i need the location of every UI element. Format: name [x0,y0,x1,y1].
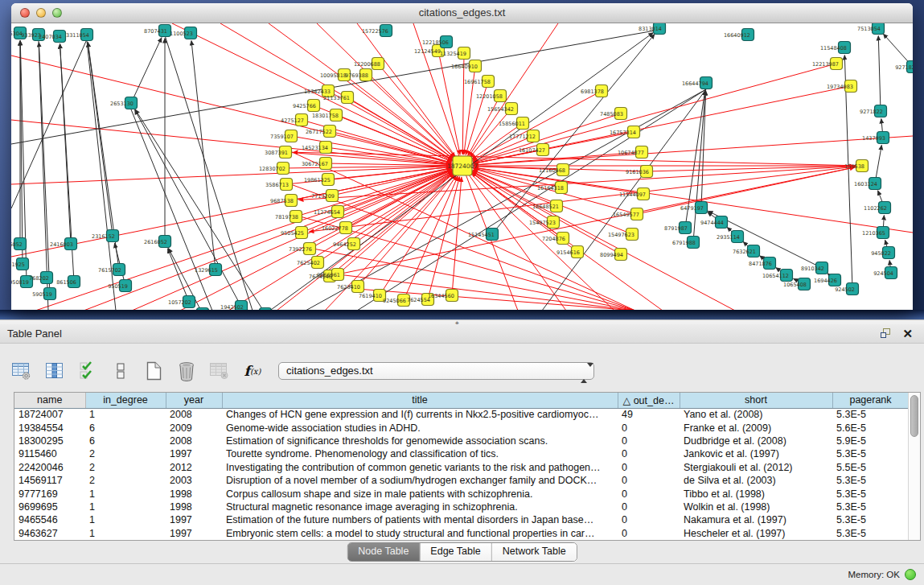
table-row[interactable]: 1830029562008Estimation of significance … [14,435,909,447]
network-graph[interactable]: 1872400710095818153424339425766427512773… [11,23,913,310]
graph-node-label: 8791987 [664,225,688,232]
graph-node-label: 2935114 [717,234,740,241]
graph-node-label: 7204876 [542,236,565,242]
panel-title: Table Panel [0,328,881,340]
graph-node-label: 18648521 [532,204,559,210]
graph-node-label: 8910342 [801,266,824,272]
graph-node-label: 1057202 [168,299,191,306]
graph-node-label: 6981378 [581,89,604,95]
table-row[interactable]: 969969511998Structural magnetic resonanc… [14,501,909,513]
graph-node-label: 1694426 [814,278,837,284]
graph-node-label: 19734983 [827,84,853,90]
float-panel-icon[interactable] [881,328,893,339]
rows-icon[interactable] [109,360,132,382]
show-column-icon[interactable] [43,360,66,382]
column-header[interactable]: △ out_de… [618,393,680,408]
column-header[interactable]: title [222,393,618,408]
graph-node-label: 924502 [835,286,855,293]
function-builder-icon[interactable]: f(x) [241,360,264,382]
column-header[interactable]: name [14,393,85,408]
delete-icon[interactable] [175,360,198,382]
graph-node-label: 7392276 [289,246,312,253]
table-scrollbar-thumb[interactable] [910,395,918,437]
graph-node[interactable] [197,308,209,311]
graph-node-label: 768202 [29,275,49,282]
table-row[interactable]: 1456911722003Disruption of a novel membe… [14,474,909,487]
graph-node-label: 19861325 [304,177,331,183]
graph-node-label: 16644794 [682,80,708,87]
memory-label: Memory: OK [848,570,900,579]
graph-node-label: 2653130 [110,101,133,107]
graph-node-label: 1065408 [783,282,807,288]
graph-node-label: 10654112 [762,273,789,279]
graph-node-label: 15497523 [529,220,556,226]
tab-node-table[interactable]: Node Table [347,543,420,561]
table-panel-header: Table Panel ✕ [0,324,924,344]
node-table: namein_degreeyeartitle△ out_de…shortpage… [14,392,921,541]
graph-node-label: 7819738 [275,214,298,220]
table-row[interactable]: 946362711997Embryonic stem cells: a mode… [14,527,909,540]
graph-node-label: 927182 [895,64,913,71]
table-settings-icon[interactable] [10,360,33,382]
graph-node-label: 2516052 [11,241,23,248]
graph-node-label: 12213987 [812,61,839,68]
graph-node-label: 9271822 [860,109,883,115]
table-row[interactable]: 911546021997Tourette syndrome. Phenomeno… [14,447,909,460]
table-row[interactable]: 1872400712008Changes of HCN gene express… [14,408,909,421]
graph-node[interactable] [260,308,272,311]
graph-node-label: 4275127 [281,117,304,124]
table-body: 1872400712008Changes of HCN gene express… [14,408,909,540]
graph-node-label: 21133761 [323,95,350,101]
graph-node-label: 9666961 [317,272,340,278]
graph-node-label: 15497623 [608,232,634,238]
graph-node-label: 11274654 [314,209,340,216]
window-titlebar[interactable]: citations_edges.txt [11,3,913,23]
graph-node-label: 7624554 [407,297,430,303]
network-canvas[interactable]: 1872400710095818153424339425766427512773… [11,23,913,310]
graph-node-label: 18301758 [312,113,339,119]
graph-node-label: 10674877 [618,150,644,156]
close-panel-icon[interactable]: ✕ [902,328,913,339]
graph-node-label: 8313014 [639,26,662,32]
minimize-window-icon[interactable] [36,8,46,18]
column-header[interactable]: short [680,393,832,408]
zoom-window-icon[interactable] [52,8,62,18]
graph-node-label: 9154616 [556,249,580,256]
graph-node-label: 9425766 [293,103,316,109]
graph-node-label: 7513054 [857,26,881,32]
table-row[interactable]: 2242004622012Investigating the contribut… [14,461,909,474]
delete-table-icon[interactable] [208,360,231,382]
table-selector-combo[interactable]: citations_edges.txt [278,362,594,380]
table-row[interactable]: 1938455462009Genome-wide association stu… [14,421,909,434]
graph-node-label: 1942502 [220,304,244,311]
tab-edge-table[interactable]: Edge Table [420,543,491,561]
tab-network-table[interactable]: Network Table [492,543,577,561]
table-scrollbar[interactable] [908,393,920,540]
column-header[interactable]: in_degree [85,393,166,408]
combo-stepper-icon [581,365,588,378]
graph-node-label: 12218506 [422,39,449,46]
graph-node-label: 7615702 [98,267,121,274]
graph-node-label: 16640912 [724,32,750,39]
graph-node-label: 9474444 [700,220,724,226]
column-header[interactable]: pagerank [832,393,909,408]
select-attributes-icon[interactable] [76,360,99,382]
graph-node-label: 26717522 [306,129,332,135]
graph-node-label: 12160468 [539,167,565,174]
memory-status-icon[interactable] [905,569,916,580]
graph-node-label: 1329615 [195,267,218,274]
graph-node-label: 15654342 [487,106,514,113]
table-row[interactable]: 977716911998Corpus callosum shape and si… [14,487,909,500]
graph-node-label: 3087391 [265,150,288,156]
desktop-strip [0,310,924,319]
graph-node-label: 17771212 [509,134,536,140]
graph-node-label: 15145451 [468,232,495,238]
graph-node-label: 15722576 [362,28,388,35]
table-row[interactable]: 946554611997Estimation of the future num… [14,513,909,526]
graph-node-label: 9161036 [626,169,649,175]
new-document-icon[interactable] [142,360,165,382]
column-header[interactable]: year [166,393,222,408]
graph-node-label: 16107427 [519,147,545,154]
graph-node-label: 1603124 [854,181,877,187]
close-window-icon[interactable] [20,8,30,18]
